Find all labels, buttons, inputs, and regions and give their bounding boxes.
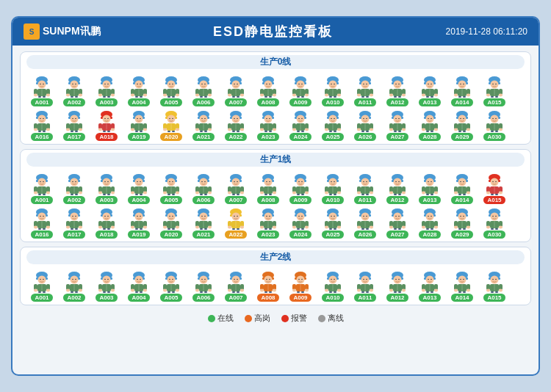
svg-rect-751: [426, 228, 429, 230]
worker-item[interactable]: A008: [253, 269, 284, 302]
worker-item[interactable]: A012: [382, 269, 413, 302]
worker-item[interactable]: A006: [188, 172, 219, 204]
worker-item[interactable]: A008: [253, 172, 284, 204]
worker-item[interactable]: A018: [91, 109, 122, 141]
worker-item[interactable]: A026: [350, 206, 381, 239]
worker-item[interactable]: A001: [26, 269, 57, 302]
svg-rect-556: [426, 194, 429, 195]
svg-rect-530: [361, 194, 364, 195]
worker-item[interactable]: A030: [479, 109, 510, 141]
svg-point-757: [460, 216, 461, 217]
worker-item[interactable]: A013: [414, 269, 445, 302]
worker-item[interactable]: A010: [317, 172, 348, 204]
worker-item[interactable]: A022: [220, 109, 251, 141]
svg-rect-634: [135, 228, 138, 230]
worker-item[interactable]: A024: [285, 206, 316, 239]
worker-item[interactable]: A001: [26, 74, 57, 106]
svg-rect-257: [168, 131, 170, 132]
worker-item[interactable]: A017: [59, 109, 90, 141]
worker-badge: A025: [322, 231, 344, 239]
worker-item[interactable]: A002: [59, 74, 90, 106]
worker-item[interactable]: A011: [350, 172, 381, 204]
worker-item[interactable]: A027: [382, 109, 413, 141]
worker-item[interactable]: A004: [123, 172, 154, 204]
worker-item[interactable]: A004: [123, 269, 154, 302]
worker-item[interactable]: A026: [350, 109, 381, 141]
worker-item[interactable]: A003: [91, 74, 122, 106]
worker-item[interactable]: A009: [285, 74, 316, 106]
svg-rect-921: [366, 291, 369, 293]
svg-rect-426: [103, 194, 106, 195]
worker-item[interactable]: A006: [188, 74, 219, 106]
svg-point-828: [143, 289, 147, 292]
worker-item[interactable]: A028: [414, 206, 445, 239]
worker-item[interactable]: A009: [285, 172, 316, 204]
worker-item[interactable]: A014: [447, 74, 478, 106]
svg-point-632: [131, 226, 134, 229]
worker-item[interactable]: A015: [479, 74, 510, 106]
worker-item[interactable]: A015: [479, 269, 510, 302]
worker-item[interactable]: A010: [317, 269, 348, 302]
worker-item[interactable]: A020: [156, 109, 187, 141]
worker-item[interactable]: A024: [285, 109, 316, 141]
worker-item[interactable]: A005: [156, 269, 187, 302]
worker-item[interactable]: A014: [447, 172, 478, 204]
worker-item[interactable]: A029: [447, 109, 478, 141]
worker-item[interactable]: A008: [253, 74, 284, 106]
worker-item[interactable]: A013: [414, 172, 445, 204]
worker-item[interactable]: A007: [220, 269, 251, 302]
worker-item[interactable]: A009: [285, 269, 316, 302]
worker-item[interactable]: A010: [317, 74, 348, 106]
worker-item[interactable]: A021: [188, 206, 219, 239]
worker-item[interactable]: A023: [253, 206, 284, 239]
worker-item[interactable]: A007: [220, 74, 251, 106]
svg-point-847: [200, 276, 208, 284]
worker-item[interactable]: A005: [156, 74, 187, 106]
svg-point-697: [292, 226, 296, 229]
worker-item[interactable]: A017: [59, 206, 90, 239]
worker-item[interactable]: A029: [447, 206, 478, 239]
worker-item[interactable]: A003: [91, 172, 122, 204]
worker-item[interactable]: A018: [91, 206, 122, 239]
worker-item[interactable]: A028: [414, 109, 445, 141]
worker-item[interactable]: A021: [188, 109, 219, 141]
svg-rect-101: [264, 96, 267, 98]
svg-point-593: [34, 226, 37, 229]
svg-point-451: [176, 192, 179, 195]
worker-item[interactable]: A005: [156, 172, 187, 204]
svg-point-172: [460, 84, 461, 85]
worker-item[interactable]: A019: [123, 109, 154, 141]
worker-item[interactable]: A011: [350, 74, 381, 106]
worker-item[interactable]: A022: [220, 206, 251, 239]
worker-item[interactable]: A019: [123, 206, 154, 239]
svg-point-250: [169, 118, 170, 120]
worker-item[interactable]: A016: [26, 109, 57, 141]
worker-item[interactable]: A003: [91, 269, 122, 302]
worker-item[interactable]: A014: [447, 269, 478, 302]
worker-badge: A014: [451, 98, 473, 106]
worker-item[interactable]: A020: [156, 206, 187, 239]
worker-item[interactable]: A030: [479, 206, 510, 239]
worker-item[interactable]: A006: [188, 269, 219, 302]
worker-item[interactable]: A004: [123, 74, 154, 106]
svg-rect-920: [361, 291, 364, 293]
svg-point-522: [361, 178, 370, 186]
worker-item[interactable]: A001: [26, 172, 57, 204]
worker-item[interactable]: A025: [317, 206, 348, 239]
worker-badge: A028: [419, 231, 441, 239]
worker-item[interactable]: A007: [220, 172, 251, 204]
svg-rect-167: [431, 96, 433, 98]
svg-rect-816: [103, 291, 106, 293]
worker-item[interactable]: A015: [479, 172, 510, 204]
worker-item[interactable]: A027: [382, 206, 413, 239]
worker-item[interactable]: A025: [317, 109, 348, 141]
worker-item[interactable]: A013: [414, 74, 445, 106]
svg-point-282: [240, 128, 244, 131]
worker-item[interactable]: A011: [350, 269, 381, 302]
worker-item[interactable]: A023: [253, 109, 284, 141]
worker-item[interactable]: A016: [26, 206, 57, 239]
worker-item[interactable]: A012: [382, 74, 413, 106]
worker-item[interactable]: A002: [59, 172, 90, 204]
worker-item[interactable]: A012: [382, 172, 413, 204]
worker-item[interactable]: A002: [59, 269, 90, 302]
